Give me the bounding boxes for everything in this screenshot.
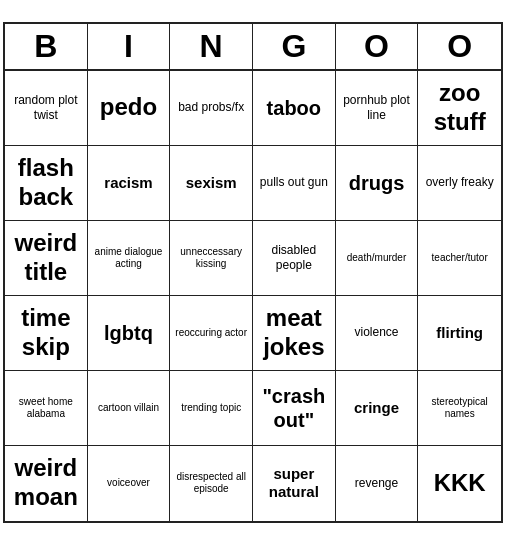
bingo-cell-text-30: weird moan — [8, 454, 84, 512]
bingo-cell-26: trending topic — [170, 371, 253, 446]
bingo-cell-18: time skip — [5, 296, 88, 371]
bingo-cell-text-31: voiceover — [107, 477, 150, 489]
bingo-cell-text-11: overly freaky — [426, 175, 494, 189]
bingo-cell-text-32: disrespected all episode — [173, 471, 249, 495]
bingo-cell-7: racism — [88, 146, 171, 221]
bingo-card: BINGOO random plot twistpedobad probs/fx… — [3, 22, 503, 523]
header-letter-n-2: N — [170, 24, 253, 69]
bingo-cell-25: cartoon villain — [88, 371, 171, 446]
bingo-cell-text-33: super natural — [256, 465, 332, 501]
header-letter-i-1: I — [88, 24, 171, 69]
header-letter-o-5: O — [418, 24, 501, 69]
bingo-cell-text-28: cringe — [354, 399, 399, 417]
bingo-cell-22: violence — [336, 296, 419, 371]
bingo-cell-text-0: random plot twist — [8, 93, 84, 122]
bingo-cell-20: reoccuring actor — [170, 296, 253, 371]
bingo-cell-21: meat jokes — [253, 296, 336, 371]
bingo-cell-text-27: "crash out" — [256, 384, 332, 432]
bingo-cell-2: bad probs/fx — [170, 71, 253, 146]
bingo-cell-text-10: drugs — [349, 171, 405, 195]
bingo-cell-text-29: stereotypical names — [421, 396, 498, 420]
bingo-cell-text-9: pulls out gun — [260, 175, 328, 189]
bingo-cell-text-15: disabled people — [256, 243, 332, 272]
bingo-cell-3: taboo — [253, 71, 336, 146]
bingo-cell-5: zoo stuff — [418, 71, 501, 146]
bingo-cell-text-26: trending topic — [181, 402, 241, 414]
bingo-cell-text-4: pornhub plot line — [339, 93, 415, 122]
bingo-cell-text-8: sexism — [186, 174, 237, 192]
bingo-cell-24: sweet home alabama — [5, 371, 88, 446]
bingo-cell-11: overly freaky — [418, 146, 501, 221]
bingo-cell-31: voiceover — [88, 446, 171, 521]
bingo-cell-16: death/murder — [336, 221, 419, 296]
header-letter-o-4: O — [336, 24, 419, 69]
bingo-cell-15: disabled people — [253, 221, 336, 296]
bingo-cell-text-23: flirting — [436, 324, 483, 342]
bingo-cell-30: weird moan — [5, 446, 88, 521]
bingo-cell-text-17: teacher/tutor — [432, 252, 488, 264]
bingo-cell-text-21: meat jokes — [256, 304, 332, 362]
bingo-cell-text-14: unneccessary kissing — [173, 246, 249, 270]
bingo-cell-28: cringe — [336, 371, 419, 446]
bingo-cell-text-34: revenge — [355, 476, 398, 490]
bingo-cell-27: "crash out" — [253, 371, 336, 446]
bingo-cell-29: stereotypical names — [418, 371, 501, 446]
bingo-cell-text-35: KKK — [434, 469, 486, 498]
bingo-cell-34: revenge — [336, 446, 419, 521]
bingo-cell-17: teacher/tutor — [418, 221, 501, 296]
bingo-header: BINGOO — [5, 24, 501, 71]
bingo-cell-text-16: death/murder — [347, 252, 406, 264]
bingo-cell-32: disrespected all episode — [170, 446, 253, 521]
bingo-cell-23: flirting — [418, 296, 501, 371]
bingo-cell-12: weird title — [5, 221, 88, 296]
bingo-cell-6: flash back — [5, 146, 88, 221]
bingo-cell-text-5: zoo stuff — [421, 79, 498, 137]
bingo-cell-33: super natural — [253, 446, 336, 521]
bingo-cell-text-3: taboo — [267, 96, 321, 120]
bingo-cell-text-12: weird title — [8, 229, 84, 287]
bingo-cell-text-25: cartoon villain — [98, 402, 159, 414]
bingo-cell-text-19: lgbtq — [104, 321, 153, 345]
bingo-grid: random plot twistpedobad probs/fxtaboopo… — [5, 71, 501, 521]
header-letter-b-0: B — [5, 24, 88, 69]
bingo-cell-text-22: violence — [354, 325, 398, 339]
bingo-cell-14: unneccessary kissing — [170, 221, 253, 296]
bingo-cell-text-20: reoccuring actor — [175, 327, 247, 339]
bingo-cell-text-18: time skip — [8, 304, 84, 362]
bingo-cell-text-6: flash back — [8, 154, 84, 212]
bingo-cell-text-7: racism — [104, 174, 152, 192]
bingo-cell-8: sexism — [170, 146, 253, 221]
bingo-cell-9: pulls out gun — [253, 146, 336, 221]
bingo-cell-35: KKK — [418, 446, 501, 521]
bingo-cell-10: drugs — [336, 146, 419, 221]
bingo-cell-text-13: anime dialogue acting — [91, 246, 167, 270]
bingo-cell-0: random plot twist — [5, 71, 88, 146]
bingo-cell-13: anime dialogue acting — [88, 221, 171, 296]
bingo-cell-4: pornhub plot line — [336, 71, 419, 146]
bingo-cell-text-1: pedo — [100, 93, 157, 122]
bingo-cell-text-2: bad probs/fx — [178, 100, 244, 114]
header-letter-g-3: G — [253, 24, 336, 69]
bingo-cell-19: lgbtq — [88, 296, 171, 371]
bingo-cell-text-24: sweet home alabama — [8, 396, 84, 420]
bingo-cell-1: pedo — [88, 71, 171, 146]
